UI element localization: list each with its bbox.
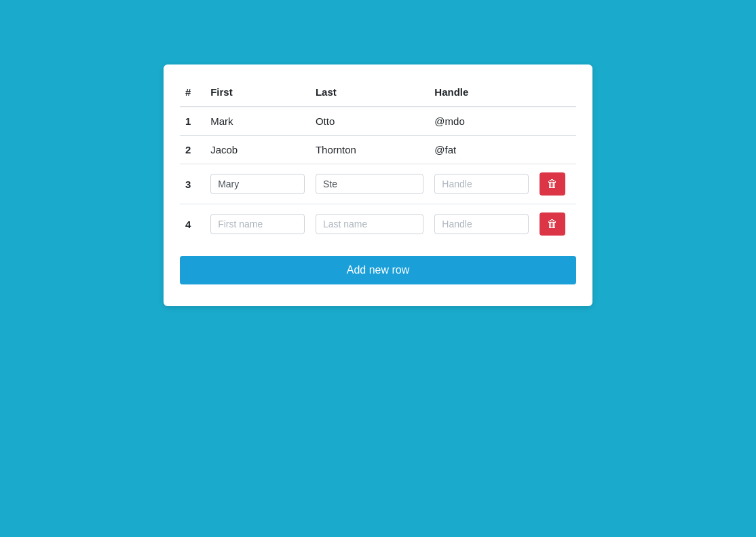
row-last-input-cell [310,164,429,204]
trash-icon: 🗑 [547,178,558,190]
row-num: 4 [180,204,205,244]
trash-icon: 🗑 [547,218,558,230]
table-row: 4 🗑 [180,204,576,244]
row-num: 2 [180,136,205,164]
table-row: 1 Mark Otto @mdo [180,107,576,136]
row-num: 3 [180,164,205,204]
row-action [534,136,576,164]
col-header-action [534,81,576,107]
row-last: Otto [310,107,429,136]
col-header-first: First [205,81,310,107]
row-action [534,107,576,136]
last-name-input[interactable] [316,214,423,234]
row-num: 1 [180,107,205,136]
first-name-input[interactable] [210,174,305,194]
row-last: Thornton [310,136,429,164]
first-name-input[interactable] [210,214,305,234]
col-header-last: Last [310,81,429,107]
col-header-handle: Handle [429,81,534,107]
row-first: Jacob [205,136,310,164]
row-handle-input-cell [429,204,534,244]
data-table: # First Last Handle 1 Mark Otto @mdo 2 J… [180,81,576,244]
table-card: # First Last Handle 1 Mark Otto @mdo 2 J… [164,64,592,306]
table-row: 3 🗑 [180,164,576,204]
row-first-input-cell [205,204,310,244]
row-handle-input-cell [429,164,534,204]
row-action: 🗑 [534,204,576,244]
table-header-row: # First Last Handle [180,81,576,107]
row-action: 🗑 [534,164,576,204]
last-name-input[interactable] [316,174,423,194]
row-handle: @fat [429,136,534,164]
add-new-row-button[interactable]: Add new row [180,256,576,284]
handle-input[interactable] [434,214,529,234]
delete-row-button[interactable]: 🗑 [540,172,565,196]
row-first: Mark [205,107,310,136]
table-row: 2 Jacob Thornton @fat [180,136,576,164]
row-handle: @mdo [429,107,534,136]
row-first-input-cell [205,164,310,204]
handle-input[interactable] [434,174,529,194]
row-last-input-cell [310,204,429,244]
col-header-num: # [180,81,205,107]
delete-row-button[interactable]: 🗑 [540,212,565,236]
